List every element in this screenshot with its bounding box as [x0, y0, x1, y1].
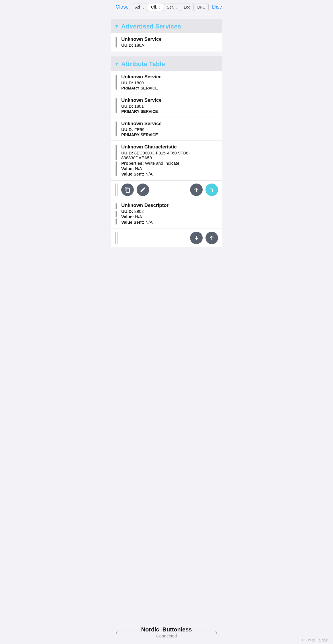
chevron-down-icon-2: ▼: [114, 62, 119, 67]
uuid-val-2: FE59: [134, 127, 145, 132]
char-value-value: N/A: [135, 166, 142, 171]
double-bar-desc: [115, 232, 118, 244]
desc-download-button[interactable]: [190, 232, 203, 244]
action-indent-char: [111, 184, 121, 196]
advertised-services-header: ▼ Advertised Services: [111, 19, 222, 33]
attribute-service-item-1: Unknown Service UUID: 1801 PRIMARY SERVI…: [111, 94, 222, 117]
service-name-1: Unknown Service: [121, 97, 218, 103]
indent-bar-0: [116, 75, 117, 90]
row-indent-0: [111, 74, 121, 90]
desc-valuesent-line: Value Sent: N/A: [121, 220, 218, 225]
type-badge-1: PRIMARY SERVICE: [121, 109, 218, 114]
up-icon: [209, 235, 215, 241]
desc-value-line: Value: N/A: [121, 214, 218, 219]
attr-service-content-1: Unknown Service UUID: 1801 PRIMARY SERVI…: [121, 97, 218, 114]
char-action-row: [111, 181, 222, 199]
service-name: Unknown Service: [121, 36, 218, 42]
indent-bar-1: [116, 98, 117, 113]
type-badge-0: PRIMARY SERVICE: [121, 86, 218, 90]
bar-right-desc: [117, 232, 118, 244]
attribute-service-item-0: Unknown Service UUID: 1800 PRIMARY SERVI…: [111, 71, 222, 94]
desc-uuid-label: UUID:: [121, 209, 133, 214]
uuid-val-1: 1801: [134, 104, 144, 109]
attr-service-content-2: Unknown Service UUID: FE59 PRIMARY SERVI…: [121, 121, 218, 137]
uuid-label-1: UUID:: [121, 104, 133, 109]
uuid-line-2: UUID: FE59: [121, 127, 218, 132]
tab-cli[interactable]: Cli…: [148, 3, 163, 11]
char-uuid-label: UUID:: [121, 150, 133, 155]
char-valuesent-line: Value Sent: N/A: [121, 172, 218, 176]
uuid-value-text: 180A: [134, 43, 144, 48]
char-value-label: Value:: [121, 166, 134, 171]
close-button[interactable]: Close: [113, 3, 131, 11]
arrow-down-up-icon: [209, 187, 215, 193]
char-uuid-line: UUID: 8EC90003-F315-4F60-9FB8-838830DAEA…: [121, 150, 218, 160]
service-name-2: Unknown Service: [121, 121, 218, 127]
content-area: ▼ Advertised Services Unknown Service UU…: [111, 14, 222, 270]
desc-name-0: Unknown Descriptor: [121, 203, 218, 208]
indent-bar-desc: [116, 203, 117, 209]
attr-service-content-0: Unknown Service UUID: 1800 PRIMARY SERVI…: [121, 74, 218, 90]
desc-action-buttons: [121, 232, 218, 244]
tab-ser[interactable]: Ser…: [164, 3, 180, 11]
indent-bar-2: [116, 121, 117, 136]
desc-valuesent-label: Value Sent:: [121, 220, 144, 225]
char-content-0: Unknown Characteristic UUID: 8EC90003-F3…: [121, 144, 218, 177]
indent-bar-char2: [116, 161, 117, 177]
desc-value-value: N/A: [135, 214, 142, 219]
bar-left: [115, 184, 116, 196]
write-button[interactable]: [137, 184, 149, 196]
tab-log[interactable]: Log: [181, 3, 194, 11]
row-indent-desc: [111, 203, 121, 225]
desc-valuesent-value: N/A: [145, 220, 153, 225]
desc-uuid-value: 2902: [134, 209, 144, 214]
uuid-label: UUID:: [121, 43, 133, 48]
char-name-0: Unknown Characteristic: [121, 144, 218, 150]
attribute-table-title: Attribute Table: [121, 60, 165, 68]
advertised-service-item-0: Unknown Service UUID: 180A: [111, 33, 222, 52]
copy-icon: [124, 187, 131, 193]
indent-bar-desc3: [116, 218, 117, 225]
nav-tabs: Ad… Cli… Ser… Log DFU: [132, 3, 209, 11]
characteristic-item-0: Unknown Characteristic UUID: 8EC90003-F3…: [111, 141, 222, 181]
nav-bar: Close Ad… Cli… Ser… Log DFU Disconnect: [111, 0, 222, 14]
type-badge-2: PRIMARY SERVICE: [121, 133, 218, 137]
disconnect-button[interactable]: Disconnect: [210, 3, 222, 11]
char-prop-label: Properties:: [121, 161, 144, 166]
write-icon: [140, 187, 146, 193]
notify-button[interactable]: [205, 184, 218, 196]
attribute-table-header: ▼ Attribute Table: [111, 56, 222, 71]
double-bar: [115, 184, 118, 196]
arrow-up-icon: [193, 187, 200, 193]
action-indent-desc: [111, 232, 121, 244]
advertised-service-content-0: Unknown Service UUID: 180A: [121, 36, 218, 48]
desc-uuid-line: UUID: 2902: [121, 209, 218, 214]
uuid-val-0: 1800: [134, 80, 144, 85]
uuid-label-0: UUID:: [121, 80, 133, 85]
indent-bar-char: [116, 145, 117, 160]
char-prop-line: Properties: Write and Indicate: [121, 161, 218, 166]
bar-left-desc: [115, 232, 116, 244]
row-indent: [111, 36, 121, 48]
desc-content-0: Unknown Descriptor UUID: 2902 Value: N/A…: [121, 203, 218, 225]
upload-button[interactable]: [190, 184, 203, 196]
chevron-down-icon: ▼: [114, 24, 119, 29]
row-indent-2: [111, 121, 121, 137]
char-prop-value: Write and Indicate: [145, 161, 179, 166]
down-icon: [193, 235, 200, 241]
uuid-line-1: UUID: 1801: [121, 104, 218, 109]
copy-button[interactable]: [121, 184, 134, 196]
attribute-service-item-2: Unknown Service UUID: FE59 PRIMARY SERVI…: [111, 117, 222, 141]
tab-ad[interactable]: Ad…: [132, 3, 147, 11]
descriptor-item-0: Unknown Descriptor UUID: 2902 Value: N/A…: [111, 199, 222, 229]
desc-upload-button[interactable]: [205, 232, 218, 244]
desc-value-label: Value:: [121, 214, 134, 219]
char-action-buttons: [121, 184, 218, 196]
desc-action-row: [111, 229, 222, 247]
char-value-line: Value: N/A: [121, 166, 218, 171]
row-indent-1: [111, 97, 121, 114]
service-name-0: Unknown Service: [121, 74, 218, 80]
tab-dfu[interactable]: DFU: [194, 3, 209, 11]
char-valuesent-label: Value Sent:: [121, 172, 144, 176]
indent-bar-desc2: [116, 211, 117, 217]
